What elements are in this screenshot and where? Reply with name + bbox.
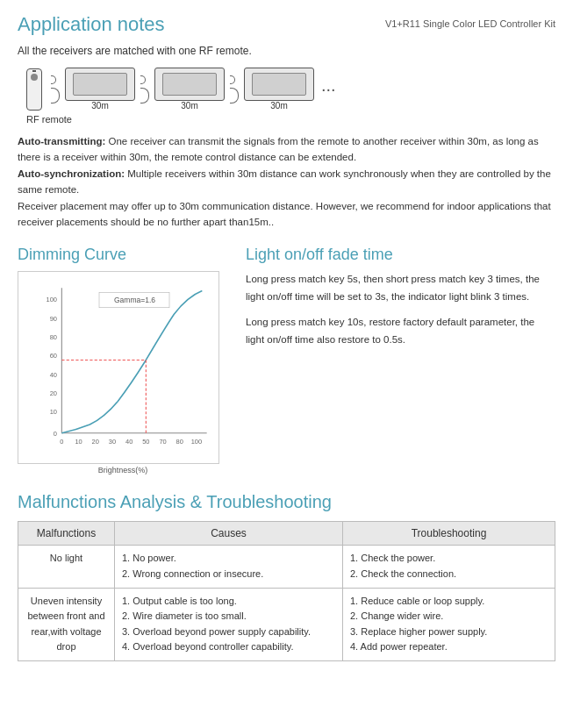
auto-sync-para: Auto-synchronization: Multiple receivers…: [18, 166, 555, 198]
col-header-causes: Causes: [115, 522, 343, 546]
auto-transmitting-label: Auto-transmitting:: [18, 136, 105, 146]
svg-text:70: 70: [159, 439, 166, 446]
table-row: No light 1. No power.2. Wrong connection…: [18, 546, 555, 588]
description-section: Auto-transmitting: One receiver can tran…: [18, 133, 555, 230]
svg-text:0: 0: [60, 439, 63, 446]
ellipsis-icon: ···: [321, 79, 336, 99]
fade-para2: Long press match key 10s, restore factor…: [246, 314, 555, 348]
svg-text:40: 40: [50, 371, 57, 379]
col-header-malfunctions: Malfunctions: [18, 522, 115, 546]
product-label: V1+R11 Single Color LED Controller Kit: [385, 18, 555, 29]
table-body: No light 1. No power.2. Wrong connection…: [18, 546, 555, 661]
svg-text:90: 90: [50, 315, 57, 323]
chart-wrapper: PWM duty(%) 0 10 20 40 60 80 90 100: [18, 271, 228, 475]
svg-text:60: 60: [50, 353, 57, 360]
causes-cell-2: 1. Output cable is too long.2. Wire diam…: [115, 588, 343, 660]
table-header-row: Malfunctions Causes Troubleshooting: [18, 522, 555, 546]
two-col-section: Dimming Curve PWM duty(%) 0 10 20 40 60 …: [18, 246, 555, 475]
distance-label-1: 30m: [91, 101, 108, 111]
signal-waves-1: [51, 72, 60, 107]
table-header: Malfunctions Causes Troubleshooting: [18, 522, 555, 546]
dimming-curve-section: Dimming Curve PWM duty(%) 0 10 20 40 60 …: [18, 246, 228, 475]
rf-remote-body: [26, 68, 42, 111]
receiver-box-3: [244, 68, 314, 101]
wave-small-1: [51, 75, 56, 84]
dimming-curve-title: Dimming Curve: [18, 246, 228, 264]
page-header: Application notes V1+R11 Single Color LE…: [18, 13, 555, 36]
intro-text: All the receivers are matched with one R…: [18, 45, 555, 57]
receiver-box-1: [65, 68, 135, 101]
svg-text:20: 20: [92, 439, 99, 446]
auto-transmitting-para: Auto-transmitting: One receiver can tran…: [18, 133, 555, 166]
chart-container: 0 10 20 40 60 80 90 100 0 10 20 30 40 50…: [18, 271, 219, 464]
svg-text:20: 20: [50, 389, 57, 397]
svg-text:10: 10: [75, 439, 82, 446]
malfunctions-title: Malfunctions Analysis & Troubleshooting: [18, 492, 555, 512]
receiver-group-3: 30m: [244, 68, 314, 111]
svg-text:30: 30: [109, 439, 116, 446]
x-axis-label: Brightness(%): [18, 466, 228, 475]
distance-label-2: 30m: [181, 101, 197, 111]
wave-medium-2: [140, 88, 149, 103]
wave-medium-3: [230, 88, 239, 103]
col-header-troubleshooting: Troubleshooting: [343, 522, 555, 546]
svg-text:40: 40: [125, 439, 133, 446]
placement-para: Receiver placement may offer up to 30m c…: [18, 198, 555, 231]
light-fade-title: Light on/off fade time: [246, 246, 555, 264]
receiver-group-2: 30m: [154, 68, 225, 111]
wave-small-2: [140, 75, 146, 84]
rf-label: RF remote: [26, 114, 555, 125]
svg-text:10: 10: [50, 409, 57, 417]
svg-text:50: 50: [142, 439, 149, 446]
svg-text:100: 100: [191, 439, 202, 446]
troubleshooting-cell-1: 1. Check the power.2. Check the connecti…: [343, 546, 555, 588]
page-title: Application notes: [18, 13, 165, 36]
troubleshooting-cell-2: 1. Reduce cable or loop supply.2. Change…: [343, 588, 555, 660]
table-row: Uneven intensity between front and rear,…: [18, 588, 555, 660]
distance-label-3: 30m: [270, 101, 287, 111]
auto-sync-label: Auto-synchronization:: [18, 168, 125, 179]
receiver-box-2: [154, 68, 225, 101]
rf-remote-icon: [26, 68, 42, 111]
light-fade-section: Light on/off fade time Long press match …: [246, 246, 555, 475]
wave-medium-1: [51, 88, 60, 103]
rf-diagram: 30m 30m 30m ···: [26, 68, 555, 111]
causes-cell-1: 1. No power.2. Wrong connection or insec…: [115, 546, 343, 588]
receiver-group-1: 30m: [65, 68, 135, 111]
malfunction-cell-2: Uneven intensity between front and rear,…: [18, 588, 115, 660]
fade-para1: Long press match key 5s, then short pres…: [246, 271, 555, 305]
malfunctions-table: Malfunctions Causes Troubleshooting No l…: [18, 521, 555, 661]
svg-text:80: 80: [50, 333, 57, 341]
svg-text:0: 0: [54, 430, 57, 438]
dimming-chart-svg: 0 10 20 40 60 80 90 100 0 10 20 30 40 50…: [43, 279, 211, 456]
signal-waves-3: [230, 72, 239, 107]
signal-waves-2: [140, 72, 149, 107]
svg-text:80: 80: [176, 439, 183, 446]
malfunction-cell-1: No light: [18, 546, 115, 588]
svg-text:Gamma=1.6: Gamma=1.6: [114, 296, 155, 305]
wave-small-3: [230, 75, 235, 84]
svg-text:100: 100: [47, 296, 57, 304]
